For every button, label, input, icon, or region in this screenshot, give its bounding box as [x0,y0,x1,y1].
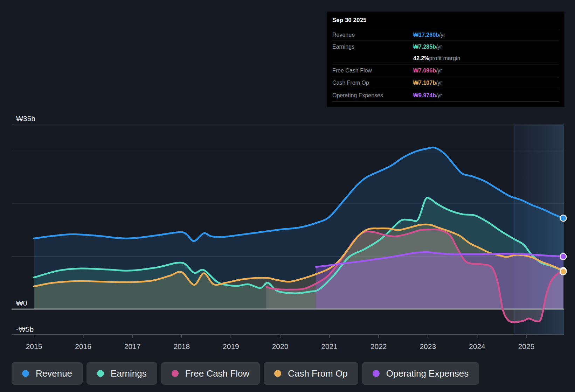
legend-item-revenue[interactable]: Revenue [12,362,83,385]
x-axis-label: 2015 [26,342,42,350]
y-axis-label: ₩0 [16,299,27,307]
earnings-dot-icon [97,370,104,377]
revenue-dot-icon [22,370,29,377]
x-axis-label: 2022 [370,342,387,350]
tooltip-row-label: Free Cash Flow [332,68,413,74]
x-axis-label: 2016 [75,342,91,350]
tooltip-row-suffix: /yr [436,80,442,86]
tooltip-row-value: ₩7.285b [413,44,436,50]
profit-margin-value: 42.2% [413,55,429,62]
tooltip-row-suffix: /yr [436,68,442,74]
tooltip-row-label: Earnings [332,44,413,50]
tooltip-row-suffix: /yr [436,92,442,99]
tooltip-row-revenue: Revenue ₩17.260b /yr [332,29,559,41]
x-axis-label: 2023 [420,342,436,350]
tooltip-row-earnings: Earnings ₩7.285b /yr 42.2% profit margin [332,41,559,64]
legend-label: Earnings [111,368,147,379]
x-axis-label: 2020 [272,342,289,350]
tooltip-row-value: ₩7.107b [413,80,436,86]
x-axis-label: 2024 [469,342,485,350]
profit-margin-text: profit margin [429,55,460,62]
legend-label: Operating Expenses [386,368,469,379]
tooltip-row-value: ₩7.096b [413,68,436,74]
x-axis-label: 2021 [321,342,338,350]
y-axis-label: -₩5b [16,325,34,333]
legend-item-cash-from-op[interactable]: Cash From Op [264,362,358,385]
tooltip-row-suffix: /yr [439,32,445,38]
tooltip-row-label: Cash From Op [332,80,413,86]
chart-legend: Revenue Earnings Free Cash Flow Cash Fro… [12,362,479,385]
y-axis-label: ₩35b [16,114,35,122]
tooltip-row-label: Revenue [332,32,413,38]
tooltip-date: Sep 30 2025 [332,12,559,29]
x-axis-label: 2019 [223,342,239,350]
tooltip-row-cash-from-op: Cash From Op ₩7.107b /yr [332,77,559,89]
chart-page: 2015201620172018201920202021202220232024… [0,0,575,392]
series-endpoint-cash-from-op[interactable] [560,268,566,275]
legend-item-operating-expenses[interactable]: Operating Expenses [362,362,479,385]
legend-label: Free Cash Flow [185,368,250,379]
legend-label: Cash From Op [288,368,348,379]
tooltip-profit-margin: 42.2% profit margin [332,52,559,64]
tooltip-row-value: ₩9.974b [413,92,436,99]
x-axis-label: 2017 [124,342,141,350]
legend-label: Revenue [36,368,72,379]
free-cash-flow-dot-icon [172,370,179,377]
tooltip-row-value: ₩17.260b [413,32,439,38]
tooltip-row-label: Operating Expenses [332,92,413,99]
cash-from-op-dot-icon [274,370,281,377]
x-axis-label: 2018 [173,342,190,350]
series-endpoint-operating-expenses[interactable] [560,253,566,260]
x-axis-label: 2025 [518,342,535,350]
legend-item-free-cash-flow[interactable]: Free Cash Flow [161,362,260,385]
tooltip-row-suffix: /yr [436,44,442,50]
tooltip-row-operating-expenses: Operating Expenses ₩9.974b /yr [332,89,559,102]
hover-tooltip: Sep 30 2025 Revenue ₩17.260b /yr Earning… [327,12,564,107]
legend-item-earnings[interactable]: Earnings [86,362,157,385]
series-endpoint-revenue[interactable] [560,215,566,221]
operating-expenses-dot-icon [373,370,380,377]
tooltip-row-free-cash-flow: Free Cash Flow ₩7.096b /yr [332,64,559,77]
